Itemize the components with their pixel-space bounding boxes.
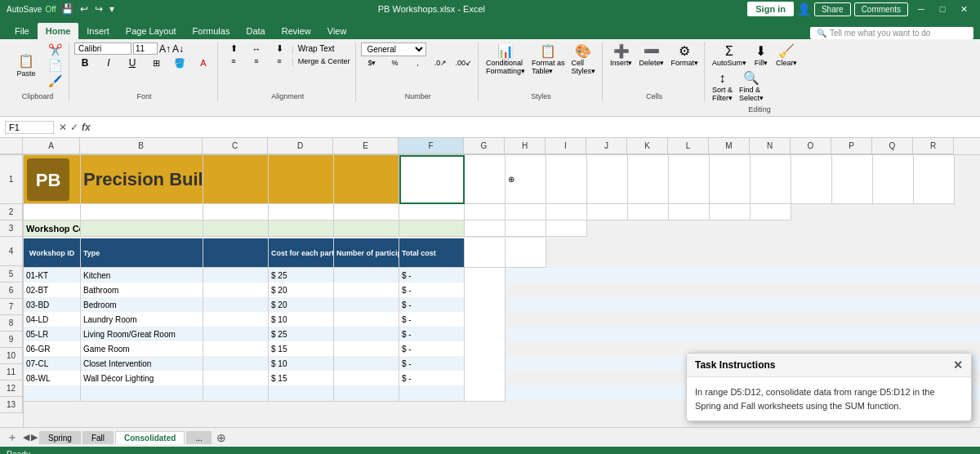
cell-f2[interactable] — [399, 204, 465, 220]
font-color-button[interactable]: A — [193, 57, 214, 69]
cell-a2[interactable] — [24, 204, 81, 220]
comments-button[interactable]: Comments — [854, 2, 908, 16]
header-total[interactable]: Total cost — [399, 238, 465, 268]
autosum-button[interactable]: Σ AutoSum▾ — [710, 42, 749, 68]
col-header-p[interactable]: P — [831, 138, 872, 154]
tab-data[interactable]: Data — [238, 23, 273, 39]
col-header-h[interactable]: H — [505, 138, 546, 154]
cell-g9[interactable] — [465, 327, 506, 343]
underline-button[interactable]: U — [122, 56, 143, 69]
cell-a13[interactable] — [24, 385, 81, 402]
align-center-button[interactable]: ≡ — [246, 56, 267, 66]
fill-color-button[interactable]: 🪣 — [169, 57, 190, 69]
sheet-tab-spring[interactable]: Spring — [39, 431, 81, 444]
cell-c2[interactable] — [203, 204, 269, 220]
decrease-decimal-button[interactable]: .00↙ — [452, 58, 474, 68]
col-header-e[interactable]: E — [333, 138, 399, 154]
insert-button[interactable]: ➕ Insert▾ — [608, 42, 635, 68]
col-header-k[interactable]: K — [627, 138, 668, 154]
cell-e2[interactable] — [334, 204, 399, 220]
cell-a8[interactable]: 04-LD — [24, 312, 81, 328]
insert-function-icon[interactable]: fx — [82, 122, 91, 133]
row-header-3[interactable]: 3 — [0, 220, 23, 237]
cell-n1[interactable] — [751, 155, 791, 204]
increase-decimal-button[interactable]: .0↗ — [430, 58, 451, 68]
cell-g13[interactable] — [465, 385, 506, 402]
cell-h4[interactable] — [506, 238, 546, 268]
cell-o1[interactable] — [791, 155, 832, 204]
border-button[interactable]: ⊞ — [145, 57, 167, 69]
col-header-c[interactable]: C — [203, 138, 268, 154]
bold-button[interactable]: B — [74, 56, 96, 69]
col-header-j[interactable]: J — [586, 138, 627, 154]
cell-e10[interactable] — [334, 341, 399, 358]
cell-f5[interactable]: $ - — [399, 268, 465, 284]
sheet-tab-consolidated[interactable]: Consolidated — [115, 431, 185, 444]
cell-g5[interactable] — [465, 268, 506, 284]
cell-g11[interactable] — [465, 356, 506, 372]
row-header-9[interactable]: 9 — [0, 332, 23, 348]
cell-d12[interactable]: $ 15 — [269, 371, 334, 387]
cell-c9[interactable] — [203, 327, 269, 343]
cell-c3[interactable] — [203, 220, 269, 237]
cell-f11[interactable]: $ - — [399, 356, 465, 372]
header-cost[interactable]: Cost for each participant — [269, 238, 334, 268]
cell-e11[interactable] — [334, 356, 399, 372]
cell-m1[interactable] — [710, 155, 751, 204]
col-header-i[interactable]: I — [546, 138, 586, 154]
cell-b10[interactable]: Game Room — [81, 341, 203, 358]
col-header-l[interactable]: L — [668, 138, 709, 154]
tell-me-box[interactable]: 🔍 Tell me what you want to do — [810, 27, 973, 39]
cell-a11[interactable]: 07-CL — [24, 356, 81, 372]
col-header-m[interactable]: M — [709, 138, 750, 154]
find-select-button[interactable]: 🔍 Find &Select▾ — [737, 69, 766, 103]
cell-a12[interactable]: 08-WL — [24, 371, 81, 387]
cell-styles-button[interactable]: 🎨 CellStyles▾ — [568, 42, 598, 76]
cell-c13[interactable] — [203, 385, 269, 402]
cell-q1[interactable] — [873, 155, 914, 204]
cell-a5[interactable]: 01-KT — [24, 268, 81, 284]
sheet-tab-fall[interactable]: Fall — [82, 431, 114, 444]
sort-filter-button[interactable]: ↕ Sort &Filter▾ — [710, 69, 735, 103]
sign-in-button[interactable]: Sign in — [747, 2, 794, 16]
sheet-tab-plus[interactable]: ⊕ — [213, 431, 229, 444]
sheet-tab-nav-right[interactable]: ▶ — [31, 432, 38, 443]
tab-review[interactable]: Review — [274, 23, 319, 39]
cell-h3[interactable] — [506, 220, 546, 237]
cell-f3[interactable] — [399, 220, 465, 237]
col-header-r[interactable]: R — [913, 138, 954, 154]
row-header-4[interactable]: 4 — [0, 237, 23, 266]
qat-redo[interactable]: ↪ — [93, 2, 105, 16]
task-panel-close-button[interactable]: ✕ — [953, 358, 963, 372]
cell-d11[interactable]: $ 10 — [269, 356, 334, 372]
cell-g7[interactable] — [465, 297, 506, 314]
cell-e3[interactable] — [334, 220, 399, 237]
row-header-7[interactable]: 7 — [0, 299, 23, 315]
cell-reference-box[interactable] — [5, 121, 54, 134]
cell-d1[interactable] — [269, 155, 334, 204]
cell-n2[interactable] — [751, 204, 791, 220]
dollar-button[interactable]: $▾ — [361, 58, 382, 68]
cell-c12[interactable] — [203, 371, 269, 387]
cell-i1[interactable] — [546, 155, 587, 204]
cell-d8[interactable]: $ 10 — [269, 312, 334, 328]
header-workshop-id[interactable]: Workshop ID — [24, 238, 81, 268]
align-bottom-button[interactable]: ⬇ — [269, 42, 290, 55]
italic-button[interactable]: I — [98, 56, 119, 69]
cell-r1[interactable] — [914, 155, 955, 204]
cell-f9[interactable]: $ - — [399, 327, 465, 343]
cell-f12[interactable]: $ - — [399, 371, 465, 387]
cell-b2[interactable] — [81, 204, 203, 220]
cell-e5[interactable] — [334, 268, 399, 284]
cell-g3[interactable] — [465, 220, 506, 237]
cell-b9[interactable]: Living Room/Great Room — [81, 327, 203, 343]
cell-g1[interactable] — [465, 155, 506, 204]
cell-a6[interactable]: 02-BT — [24, 283, 81, 299]
row-header-1[interactable]: 1 — [0, 155, 23, 204]
cell-e8[interactable] — [334, 312, 399, 328]
cell-e6[interactable] — [334, 283, 399, 299]
cell-e13[interactable] — [334, 385, 399, 402]
cell-p1[interactable] — [832, 155, 873, 204]
cell-c7[interactable] — [203, 297, 269, 314]
cell-b1[interactable]: Precision Building — [81, 155, 203, 204]
